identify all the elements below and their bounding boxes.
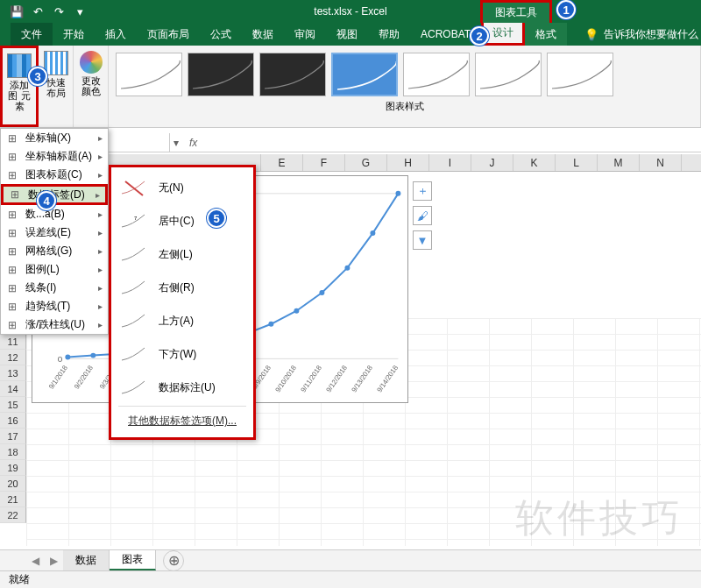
annotation-marker-2: 2 <box>470 26 489 46</box>
chevron-right-icon: ▸ <box>98 283 103 293</box>
row-header[interactable]: 11 <box>0 334 26 350</box>
window-title: test.xlsx - Excel <box>314 5 386 18</box>
svg-text:9/12/2018: 9/12/2018 <box>324 364 349 394</box>
chart-elements-button[interactable]: ＋ <box>413 181 432 201</box>
undo-button[interactable]: ↶ <box>28 2 47 21</box>
tab-view[interactable]: 视图 <box>326 23 368 46</box>
chart-filters-button[interactable]: ▼ <box>413 230 432 250</box>
row-header[interactable]: 12 <box>0 350 26 365</box>
data-labels-icon: ⊞ <box>7 188 23 202</box>
col-header-j[interactable]: J <box>471 154 513 171</box>
chart-style-1[interactable] <box>116 53 182 96</box>
chart-style-7[interactable] <box>547 53 613 96</box>
col-header-f[interactable]: F <box>303 154 345 171</box>
fx-icon[interactable]: fx <box>182 137 204 149</box>
tell-me-search[interactable]: 💡 告诉我你想要做什么 <box>584 23 698 46</box>
col-header-m[interactable]: M <box>598 154 640 171</box>
tab-data[interactable]: 数据 <box>242 23 284 46</box>
dd-trendline-label: 趋势线(T) <box>25 299 70 314</box>
row-header[interactable]: 16 <box>0 413 26 429</box>
dd2-left[interactable]: 左侧(L) <box>111 237 253 271</box>
dd-axes[interactable]: ⊞坐标轴(X)▸ <box>1 129 108 147</box>
dd-trendline[interactable]: ⊞趋势线(T)▸ <box>1 297 108 315</box>
dd2-center-label: 居中(C) <box>159 214 195 229</box>
sheet-tab-data[interactable]: 数据 <box>63 550 110 570</box>
row-header[interactable]: 13 <box>0 365 26 381</box>
row-header[interactable]: 20 <box>0 476 26 492</box>
col-header-l[interactable]: L <box>556 154 598 171</box>
svg-point-14 <box>268 322 273 327</box>
svg-point-15 <box>294 308 299 314</box>
col-header-i[interactable]: I <box>429 154 471 171</box>
trendline-icon: ⊞ <box>4 300 20 314</box>
tab-home[interactable]: 开始 <box>53 23 95 46</box>
row-header[interactable]: 14 <box>0 381 26 397</box>
dd2-right[interactable]: 右侧(R) <box>111 271 253 304</box>
quick-access-toolbar: 💾 ↶ ↷ ▾ <box>0 2 89 21</box>
svg-point-18 <box>370 230 375 236</box>
sheet-nav-prev[interactable]: ◀ <box>26 555 45 567</box>
chart-style-4[interactable] <box>331 53 398 96</box>
dd2-center[interactable]: 7 居中(C) <box>111 204 253 237</box>
dd-updown-bars[interactable]: ⊞涨/跌柱线(U)▸ <box>1 315 108 334</box>
dd2-above[interactable]: 上方(A) <box>111 304 253 337</box>
col-header-g[interactable]: G <box>345 154 387 171</box>
row-header[interactable]: 18 <box>0 444 26 460</box>
chart-style-5[interactable] <box>403 53 470 96</box>
dd-data-table[interactable]: ⊞数...a(B)▸ <box>1 205 108 223</box>
dd2-left-label: 左侧(L) <box>159 247 193 262</box>
dd2-callout[interactable]: 数据标注(U) <box>111 371 253 404</box>
row-header[interactable]: 19 <box>0 460 26 476</box>
change-colors-button[interactable]: 更改 颜色 <box>74 46 109 127</box>
dd-lines[interactable]: ⊞线条(I)▸ <box>1 279 108 297</box>
dd2-below[interactable]: 下方(W) <box>111 337 253 371</box>
tab-insert[interactable]: 插入 <box>95 23 137 46</box>
row-headers: 10 11 12 13 14 15 16 17 18 19 20 21 22 <box>0 318 26 523</box>
sheet-nav-next[interactable]: ▶ <box>45 555 63 567</box>
dd2-more-options[interactable]: 其他数据标签选项(M)... <box>111 408 253 434</box>
sheet-tab-bar: ◀ ▶ 数据 图表 ⊕ <box>0 549 701 570</box>
tab-help[interactable]: 帮助 <box>368 23 410 46</box>
col-header-e[interactable]: E <box>261 154 303 171</box>
row-header[interactable]: 15 <box>0 397 26 413</box>
quick-layout-label: 快速布局 <box>44 77 67 98</box>
col-header-n[interactable]: N <box>640 154 682 171</box>
row-header[interactable]: 22 <box>0 507 26 523</box>
tab-formula[interactable]: 公式 <box>200 23 242 46</box>
dd-error-bars[interactable]: ⊞误差线(E)▸ <box>1 223 108 242</box>
tab-format[interactable]: 格式 <box>525 23 567 46</box>
data-table-icon: ⊞ <box>4 208 20 222</box>
add-chart-element-button[interactable]: 添加图 元素 <box>0 46 39 127</box>
annotation-marker-5: 5 <box>207 209 226 228</box>
chart-style-2[interactable] <box>188 53 254 96</box>
chart-style-6[interactable] <box>475 53 542 96</box>
save-button[interactable]: 💾 <box>7 2 26 21</box>
sheet-tab-chart[interactable]: 图表 <box>110 550 156 570</box>
dd-axis-titles[interactable]: ⊞坐标轴标题(A)▸ <box>1 147 108 166</box>
col-header-k[interactable]: K <box>513 154 556 171</box>
redo-button[interactable]: ↷ <box>49 2 68 21</box>
dd2-none[interactable]: 无(N) <box>111 171 253 204</box>
dd2-callout-label: 数据标注(U) <box>159 380 216 395</box>
qat-dropdown[interactable]: ▾ <box>70 2 89 21</box>
tab-page-layout[interactable]: 页面布局 <box>137 23 200 46</box>
dd-legend[interactable]: ⊞图例(L)▸ <box>1 260 108 279</box>
chart-styles-button[interactable]: 🖌 <box>413 206 432 225</box>
dd2-below-label: 下方(W) <box>159 347 196 362</box>
row-header[interactable]: 21 <box>0 492 26 507</box>
dd-axis-titles-label: 坐标轴标题(A) <box>25 149 92 164</box>
change-color-label: 更改 颜色 <box>79 75 103 96</box>
row-header[interactable]: 17 <box>0 429 26 444</box>
tab-review[interactable]: 审阅 <box>284 23 326 46</box>
svg-text:9/10/2018: 9/10/2018 <box>273 364 298 394</box>
quick-layout-button[interactable]: 快速布局 <box>39 46 74 127</box>
name-box-dropdown-icon[interactable]: ▾ <box>170 137 182 149</box>
new-sheet-button[interactable]: ⊕ <box>163 550 184 571</box>
chart-style-3[interactable] <box>259 53 326 96</box>
tab-file[interactable]: 文件 <box>11 23 53 46</box>
divider <box>118 406 246 407</box>
col-header-h[interactable]: H <box>387 154 429 171</box>
dd-gridlines[interactable]: ⊞网格线(G)▸ <box>1 242 108 260</box>
name-box[interactable] <box>109 133 170 152</box>
dd-chart-title[interactable]: ⊞图表标题(C)▸ <box>1 166 108 184</box>
